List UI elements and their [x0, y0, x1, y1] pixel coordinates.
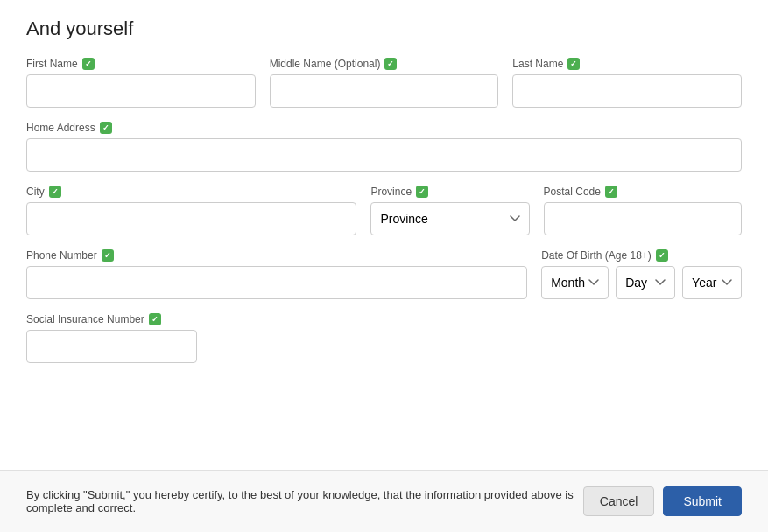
- sin-input[interactable]: [26, 330, 197, 363]
- footer-bar: By clicking "Submit," you hereby certify…: [0, 470, 768, 532]
- dob-check-icon: [656, 249, 668, 262]
- province-label: Province: [370, 186, 529, 198]
- city-label: City: [26, 186, 356, 198]
- home-address-input[interactable]: [26, 138, 742, 172]
- postal-code-group: Postal Code: [544, 186, 742, 235]
- first-name-check-icon: [82, 58, 95, 70]
- phone-group: Phone Number: [26, 249, 527, 299]
- postal-code-label: Postal Code: [544, 186, 742, 198]
- middle-name-label: Middle Name (Optional): [270, 58, 499, 70]
- middle-name-group: Middle Name (Optional): [270, 58, 499, 108]
- last-name-label: Last Name: [512, 58, 742, 70]
- phone-label: Phone Number: [26, 249, 527, 262]
- province-group: Province Province ABBCMB NBNLNS NTNUON P…: [370, 186, 529, 235]
- address-row: Home Address: [26, 122, 742, 172]
- last-name-check-icon: [567, 58, 580, 70]
- name-row: First Name Middle Name (Optional) Last N…: [26, 58, 742, 108]
- sin-group: Social Insurance Number: [26, 313, 197, 363]
- province-check-icon: [416, 186, 428, 198]
- footer-buttons: Cancel Submit: [583, 486, 742, 516]
- first-name-label: First Name: [26, 58, 256, 70]
- last-name-group: Last Name: [512, 58, 742, 108]
- middle-name-input[interactable]: [270, 74, 499, 108]
- phone-dob-row: Phone Number Date Of Birth (Age 18+) Mon…: [26, 249, 742, 299]
- city-group: City: [26, 186, 356, 235]
- dob-month-select[interactable]: Month JanuaryFebruaryMarch AprilMayJune …: [541, 266, 609, 299]
- section-title: And yourself: [26, 18, 742, 40]
- first-name-input[interactable]: [26, 74, 256, 108]
- footer-disclaimer: By clicking "Submit," you hereby certify…: [26, 488, 583, 514]
- cancel-button[interactable]: Cancel: [583, 486, 655, 516]
- form-section: And yourself First Name Middle Name (Opt…: [0, 0, 768, 470]
- phone-check-icon: [102, 249, 114, 262]
- province-select[interactable]: Province ABBCMB NBNLNS NTNUON PEQCSKYT: [370, 202, 529, 235]
- phone-input[interactable]: [26, 266, 527, 299]
- city-input[interactable]: [26, 202, 356, 235]
- sin-row: Social Insurance Number: [26, 313, 742, 363]
- last-name-input[interactable]: [512, 74, 742, 108]
- submit-button[interactable]: Submit: [663, 486, 742, 516]
- city-province-postal-row: City Province Province ABBCMB NBNLNS NTN…: [26, 186, 742, 235]
- middle-name-check-icon: [384, 58, 397, 70]
- home-address-group: Home Address: [26, 122, 742, 172]
- postal-code-input[interactable]: [544, 202, 742, 235]
- dob-label: Date Of Birth (Age 18+): [541, 249, 742, 262]
- postal-check-icon: [605, 186, 617, 198]
- sin-label: Social Insurance Number: [26, 313, 197, 326]
- sin-check-icon: [149, 313, 161, 326]
- dob-selects: Month JanuaryFebruaryMarch AprilMayJune …: [541, 266, 742, 299]
- dob-day-select[interactable]: Day 1234 5678 9101112 13141516 17181920 …: [616, 266, 675, 299]
- dob-group: Date Of Birth (Age 18+) Month JanuaryFeb…: [541, 249, 742, 299]
- dob-year-select[interactable]: Year 200620052004 200320022001 200019991…: [682, 266, 742, 299]
- home-address-check-icon: [100, 122, 112, 134]
- first-name-group: First Name: [26, 58, 256, 108]
- home-address-label: Home Address: [26, 122, 742, 134]
- city-check-icon: [49, 186, 61, 198]
